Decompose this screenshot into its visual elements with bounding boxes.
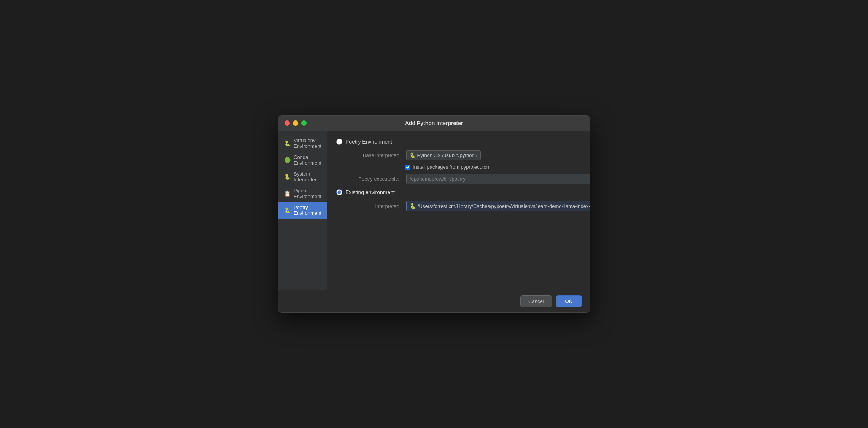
- new-env-label: Poetry Environment: [345, 139, 392, 145]
- base-interpreter-label: Base interpreter:: [345, 152, 402, 158]
- title-bar: Add Python Interpreter: [278, 116, 590, 131]
- sidebar-item-conda[interactable]: 🟢 Conda Environment: [278, 152, 327, 168]
- interpreter-label: Interpreter:: [345, 203, 402, 209]
- virtualenv-icon: 🐍: [284, 140, 291, 147]
- poetry-executable-input-row: 🗂: [406, 174, 590, 184]
- install-packages-row: Install packages from pyproject.toml: [405, 164, 590, 170]
- sidebar-item-poetry[interactable]: 🐍 Poetry Environment: [278, 202, 327, 219]
- sidebar-item-virtualenv-label: Virtualenv Environment: [294, 138, 321, 149]
- sidebar-item-poetry-label: Poetry Environment: [294, 204, 321, 216]
- add-python-interpreter-dialog: Add Python Interpreter 🐍 Virtualenv Envi…: [278, 115, 590, 313]
- python-emoji-icon: 🐍: [410, 203, 416, 209]
- install-packages-label: Install packages from pyproject.toml: [413, 164, 491, 170]
- dialog-title: Add Python Interpreter: [405, 120, 463, 126]
- poetry-executable-label: Poetry executable:: [345, 176, 402, 182]
- conda-icon: 🟢: [284, 157, 291, 163]
- poetry-icon: 🐍: [284, 207, 291, 214]
- interpreter-section: Interpreter: 🐍 /Users/forrest.xm/Library…: [345, 201, 590, 211]
- poetry-executable-input[interactable]: [406, 174, 590, 184]
- interpreter-select-wrapper: 🐍 /Users/forrest.xm/Library/Caches/pypoe…: [406, 201, 590, 211]
- interpreter-path: /Users/forrest.xm/Library/Caches/pypoetr…: [418, 203, 590, 209]
- close-button[interactable]: [285, 120, 290, 126]
- existing-env-radio-row: Existing environment: [336, 189, 590, 195]
- sidebar-item-system[interactable]: 🐍 System Interpreter: [278, 168, 327, 185]
- system-icon: 🐍: [284, 173, 291, 180]
- minimize-button[interactable]: [293, 120, 298, 126]
- sidebar-item-pipenv-label: Pipenv Environment: [294, 188, 321, 199]
- new-env-radio-row: Poetry Environment: [336, 139, 590, 145]
- base-interpreter-input-row: 🐍 Python 3.9 /usr/bin/python3 ···: [406, 150, 590, 160]
- sidebar-item-conda-label: Conda Environment: [294, 154, 321, 166]
- base-interpreter-section: Base interpreter: 🐍 Python 3.9 /usr/bin/…: [345, 150, 590, 184]
- cancel-button[interactable]: Cancel: [520, 295, 552, 307]
- sidebar: 🐍 Virtualenv Environment 🟢 Conda Environ…: [278, 131, 327, 290]
- maximize-button[interactable]: [301, 120, 307, 126]
- dialog-footer: Cancel OK: [278, 290, 590, 312]
- main-content: Poetry Environment Base interpreter: 🐍 P…: [327, 131, 590, 290]
- ok-button[interactable]: OK: [556, 295, 582, 307]
- existing-env-label: Existing environment: [345, 189, 395, 195]
- interpreter-input-wrap: 🐍 /Users/forrest.xm/Library/Caches/pypoe…: [406, 201, 590, 211]
- new-env-radio[interactable]: [336, 139, 342, 145]
- existing-env-radio[interactable]: [336, 189, 342, 195]
- dialog-body: 🐍 Virtualenv Environment 🟢 Conda Environ…: [278, 131, 590, 290]
- install-packages-checkbox[interactable]: [405, 165, 410, 170]
- pipenv-icon: 📋: [284, 190, 291, 197]
- window-controls: [285, 120, 307, 126]
- sidebar-item-virtualenv[interactable]: 🐍 Virtualenv Environment: [278, 135, 327, 152]
- sidebar-item-system-label: System Interpreter: [294, 171, 321, 182]
- base-interpreter-select-wrapper: 🐍 Python 3.9 /usr/bin/python3: [406, 150, 590, 160]
- sidebar-item-pipenv[interactable]: 📋 Pipenv Environment: [278, 185, 327, 202]
- base-interpreter-select[interactable]: 🐍 Python 3.9 /usr/bin/python3: [406, 150, 481, 160]
- interpreter-display: 🐍 /Users/forrest.xm/Library/Caches/pypoe…: [406, 201, 590, 211]
